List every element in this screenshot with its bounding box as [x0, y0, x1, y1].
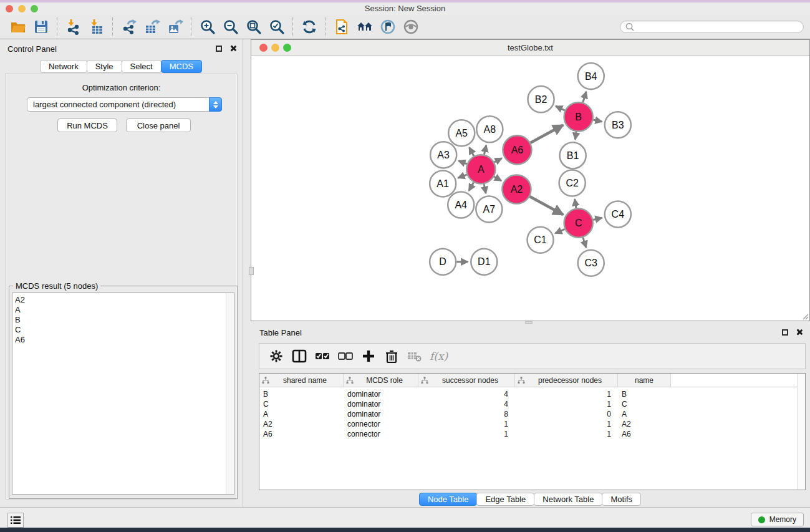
- column-header-predecessor-nodes[interactable]: predecessor nodes: [515, 374, 618, 387]
- tab-mcds[interactable]: MCDS: [161, 60, 202, 73]
- home-button[interactable]: [353, 17, 376, 37]
- graph-node-D1[interactable]: D1: [471, 249, 497, 275]
- edge-C-C4[interactable]: [593, 218, 602, 220]
- import-table-button[interactable]: [85, 17, 108, 37]
- edge-A6-B[interactable]: [531, 125, 563, 143]
- graph-node-B4[interactable]: B4: [578, 63, 604, 89]
- table-scrollbar[interactable]: [797, 374, 805, 490]
- close-panel-icon[interactable]: [229, 45, 236, 52]
- tab-style[interactable]: Style: [87, 60, 122, 73]
- table-tab-motifs[interactable]: Motifs: [602, 493, 641, 506]
- graph-node-D[interactable]: D: [430, 249, 456, 275]
- result-item-c[interactable]: C: [15, 325, 234, 335]
- graph-node-C2[interactable]: C2: [559, 170, 586, 196]
- graph-node-A8[interactable]: A8: [476, 116, 503, 142]
- network-close-button[interactable]: [259, 44, 268, 52]
- edge-C-C1[interactable]: [555, 229, 564, 233]
- table-row[interactable]: Cdominator41C: [259, 399, 805, 409]
- result-item-b[interactable]: B: [15, 315, 234, 325]
- result-list-scrollbar[interactable]: [226, 293, 234, 494]
- edge-A-A2[interactable]: [494, 177, 501, 181]
- horizontal-splitter-handle[interactable]: [525, 321, 533, 324]
- table-tab-edge-table[interactable]: Edge Table: [476, 493, 534, 506]
- edge-C-C3[interactable]: [583, 238, 586, 248]
- delete-column-button[interactable]: [380, 346, 403, 366]
- close-window-button[interactable]: [6, 5, 13, 12]
- graph-node-A5[interactable]: A5: [448, 120, 475, 146]
- graph-node-B1[interactable]: B1: [560, 142, 586, 168]
- graph-node-A1[interactable]: A1: [430, 170, 456, 196]
- tab-network[interactable]: Network: [40, 60, 87, 73]
- float-panel-icon[interactable]: [216, 46, 222, 52]
- zoom-selected-button[interactable]: [265, 17, 288, 37]
- column-header-mcds-role[interactable]: MCDS role: [344, 374, 418, 387]
- network-zoom-button[interactable]: [283, 44, 291, 52]
- network-canvas[interactable]: B4B2BB3A5A8A6A3B1AA1C2A2A4A7C4CC1DD1C3: [251, 56, 809, 321]
- edge-B-B3[interactable]: [593, 120, 602, 122]
- search-input[interactable]: [635, 22, 799, 32]
- table-row[interactable]: A2connector11A2: [259, 419, 805, 429]
- graph-node-A7[interactable]: A7: [476, 196, 502, 223]
- import-network-button[interactable]: [62, 17, 85, 37]
- zoom-out-button[interactable]: [219, 17, 242, 37]
- edge-A-A8[interactable]: [484, 145, 486, 155]
- edge-A-A1[interactable]: [458, 175, 467, 178]
- table-settings-button[interactable]: [264, 346, 287, 366]
- graph-node-A3[interactable]: A3: [430, 142, 456, 168]
- edge-A-A7[interactable]: [484, 184, 486, 193]
- edge-A-A4[interactable]: [469, 182, 474, 190]
- graph-node-C4[interactable]: C4: [605, 201, 631, 228]
- zoom-fit-button[interactable]: [242, 17, 265, 37]
- edge-C-C2[interactable]: [575, 199, 576, 208]
- edge-A-A6[interactable]: [494, 158, 502, 163]
- unselect-all-button[interactable]: [334, 346, 357, 366]
- graph-node-A2[interactable]: A2: [502, 175, 531, 203]
- network-minimize-button[interactable]: [271, 44, 279, 52]
- resize-grip-icon[interactable]: [801, 312, 809, 320]
- result-item-a6[interactable]: A6: [15, 335, 234, 345]
- save-session-button[interactable]: [29, 17, 52, 37]
- graph-node-B[interactable]: B: [564, 102, 593, 131]
- task-history-button[interactable]: [7, 513, 24, 528]
- edge-A-A5[interactable]: [470, 147, 474, 156]
- run-mcds-button[interactable]: Run MCDS: [57, 118, 117, 132]
- result-item-a[interactable]: A: [15, 305, 234, 315]
- table-row[interactable]: Adominator80A: [259, 409, 805, 419]
- column-header-shared-name[interactable]: shared name: [259, 374, 344, 387]
- export-table-button[interactable]: [140, 17, 163, 37]
- graph-node-C1[interactable]: C1: [527, 227, 553, 253]
- minimize-window-button[interactable]: [18, 5, 26, 12]
- delete-table-button[interactable]: [403, 346, 426, 366]
- mcds-result-list[interactable]: A2ABCA6: [12, 293, 234, 495]
- column-header-name[interactable]: name: [618, 374, 671, 387]
- table-tab-network-table[interactable]: Network Table: [534, 493, 602, 506]
- add-column-button[interactable]: [357, 346, 380, 366]
- toggle-flag-button[interactable]: [376, 17, 399, 37]
- open-session-button[interactable]: [6, 17, 29, 37]
- table-row[interactable]: A6connector11A6: [259, 429, 805, 439]
- edge-B-B2[interactable]: [556, 106, 565, 110]
- vertical-splitter-handle[interactable]: [249, 267, 254, 275]
- graph-node-A[interactable]: A: [466, 155, 495, 183]
- zoom-in-button[interactable]: [196, 17, 219, 37]
- show-hide-button[interactable]: [399, 17, 422, 37]
- network-graph[interactable]: B4B2BB3A5A8A6A3B1AA1C2A2A4A7C4CC1DD1C3: [251, 56, 809, 321]
- graph-node-B2[interactable]: B2: [528, 86, 554, 112]
- graph-node-B3[interactable]: B3: [605, 112, 631, 138]
- edge-B-B4[interactable]: [583, 92, 586, 102]
- edge-A2-C[interactable]: [530, 196, 563, 215]
- graph-node-C[interactable]: C: [564, 209, 593, 238]
- result-item-a2[interactable]: A2: [15, 295, 234, 305]
- close-panel-button[interactable]: Close panel: [126, 118, 191, 132]
- close-table-panel-icon[interactable]: [796, 329, 803, 336]
- graph-node-A6[interactable]: A6: [503, 135, 531, 164]
- search-box[interactable]: [620, 21, 804, 33]
- tab-select[interactable]: Select: [122, 60, 162, 73]
- optimization-criterion-dropdown[interactable]: largest connected component (directed): [27, 97, 222, 112]
- graph-node-A4[interactable]: A4: [448, 192, 474, 218]
- show-column-button[interactable]: [287, 346, 311, 366]
- export-network-button[interactable]: [117, 17, 140, 37]
- function-builder-button[interactable]: f(x): [430, 350, 448, 362]
- export-image-button[interactable]: [163, 17, 186, 37]
- select-all-button[interactable]: [311, 346, 334, 366]
